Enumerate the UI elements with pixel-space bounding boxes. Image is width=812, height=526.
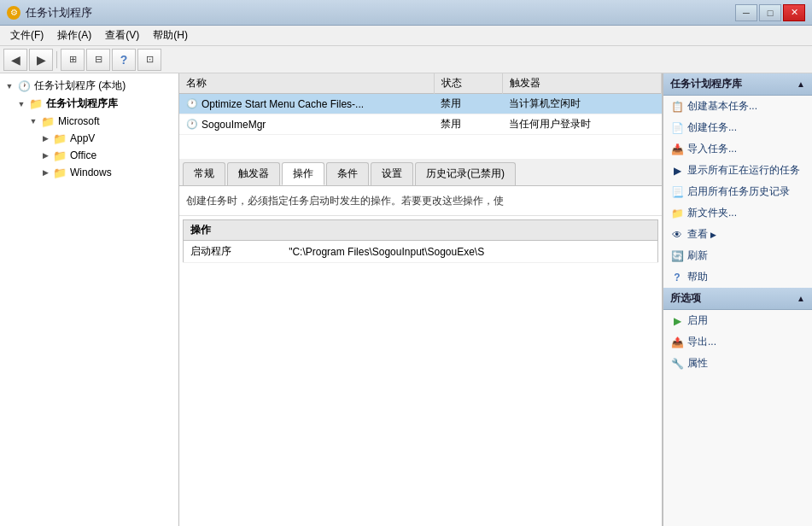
right-action-refresh[interactable]: 🔄 刷新 [663, 245, 812, 266]
right-action-create-basic[interactable]: 📋 创建基本任务... [663, 96, 812, 117]
back-button[interactable]: ◀ [3, 49, 27, 71]
tree-toggle-microsoft[interactable]: ▼ [27, 115, 39, 127]
right-action-view[interactable]: 👁 查看 [663, 224, 812, 245]
right-action-label-view: 查看 [687, 227, 716, 242]
menu-view[interactable]: 查看(V) [98, 26, 146, 44]
create-task-icon: 📄 [670, 121, 684, 135]
tree-item-root[interactable]: ▼ 🕐 任务计划程序 (本地) [0, 77, 178, 95]
ops-table-row[interactable]: 启动程序 "C:\Program Files\SogouInput\SogouE… [184, 241, 658, 263]
maximize-button[interactable]: □ [759, 4, 781, 21]
tree-label-root: 任务计划程序 (本地) [34, 79, 126, 93]
right-action-label-enable: 启用 [687, 313, 708, 328]
menu-help[interactable]: 帮助(H) [146, 26, 195, 44]
right-section-header-library[interactable]: 任务计划程序库 ▲ [663, 73, 812, 96]
right-action-enable[interactable]: ▶ 启用 [663, 310, 812, 331]
ops-table-area[interactable]: 操作 启动程序 "C:\Program Files\SogouInput\Sog… [179, 216, 662, 526]
right-action-import[interactable]: 📥 导入任务... [663, 138, 812, 160]
right-action-create-task[interactable]: 📄 创建任务... [663, 117, 812, 138]
tree-label-microsoft: Microsoft [58, 115, 100, 127]
folder-icon-microsoft: 📁 [41, 114, 55, 128]
tab-conditions[interactable]: 条件 [326, 162, 369, 185]
minimize-button[interactable]: ─ [735, 4, 757, 21]
right-action-new-folder[interactable]: 📁 新文件夹... [663, 202, 812, 224]
tree-label-office: Office [70, 149, 96, 161]
task-list-area: 名称 状态 触发器 🕐 Optimize Start Menu Cac [179, 73, 662, 159]
window-controls: ─ □ ✕ [735, 4, 805, 21]
extra-button[interactable]: ⊡ [137, 49, 161, 71]
tab-history[interactable]: 历史记录(已禁用) [415, 162, 516, 185]
ops-detail-cell: "C:\Program Files\SogouInput\SogouExe\S [282, 241, 657, 263]
tree-toggle-office[interactable]: ▶ [39, 149, 51, 161]
task-name-1: Optimize Start Menu Cache Files-... [202, 98, 364, 110]
right-action-label-enable-history: 启用所有任务历史记录 [687, 184, 790, 199]
task-table-scroll[interactable]: 名称 状态 触发器 🕐 Optimize Start Menu Cac [179, 73, 662, 159]
section-arrow-2: ▲ [797, 294, 805, 303]
tree-item-windows[interactable]: ▶ 📁 Windows [0, 164, 178, 181]
right-action-help[interactable]: ? 帮助 [663, 266, 812, 288]
tree-toggle-library[interactable]: ▼ [15, 98, 27, 110]
window-title: 任务计划程序 [26, 5, 92, 20]
task-table: 名称 状态 触发器 🕐 Optimize Start Menu Cac [179, 73, 662, 135]
content-area: 创建任务时，必须指定任务启动时发生的操作。若要更改这些操作，使 操作 启动 [179, 186, 662, 526]
new-folder-icon: 📁 [670, 207, 684, 220]
tab-actions[interactable]: 操作 [282, 162, 324, 185]
task-table-container: 名称 状态 触发器 🕐 Optimize Start Menu Cac [179, 73, 662, 159]
section-arrow-1: ▲ [797, 79, 805, 89]
tree-toggle-appv[interactable]: ▶ [39, 132, 51, 144]
right-action-export[interactable]: 📤 导出... [663, 331, 812, 353]
view2-button[interactable]: ⊟ [86, 49, 110, 71]
right-section-library-actions: 📋 创建基本任务... 📄 创建任务... 📥 导入任务... ▶ 显示所有正在… [663, 96, 812, 288]
menu-bar: 文件(F) 操作(A) 查看(V) 帮助(H) [0, 26, 812, 46]
tab-general[interactable]: 常规 [183, 162, 225, 185]
task-status-2: 禁用 [434, 114, 502, 135]
menu-action[interactable]: 操作(A) [50, 26, 98, 44]
table-row[interactable]: 🕐 SogouImeMgr 禁用 当任何用户登录时 [179, 114, 662, 135]
tree-item-appv[interactable]: ▶ 📁 AppV [0, 130, 178, 147]
enable-icon: ▶ [670, 314, 684, 328]
menu-file[interactable]: 文件(F) [3, 26, 50, 44]
ops-col-detail [282, 220, 657, 241]
task-status-1: 禁用 [434, 94, 502, 114]
col-header-trigger: 触发器 [502, 73, 661, 94]
tree-item-microsoft[interactable]: ▼ 📁 Microsoft [0, 113, 178, 130]
toolbar: ◀ ▶ ⊞ ⊟ ? ⊡ [0, 46, 812, 73]
tree-toggle-root[interactable]: ▼ [3, 80, 15, 92]
create-basic-icon: 📋 [670, 100, 684, 114]
clock-icon: 🕐 [17, 79, 31, 93]
right-action-enable-history[interactable]: 📃 启用所有任务历史记录 [663, 181, 812, 202]
tree-item-office[interactable]: ▶ 📁 Office [0, 147, 178, 164]
tree-label-appv: AppV [70, 132, 95, 144]
table-row[interactable]: 🕐 Optimize Start Menu Cache Files-... 禁用… [179, 94, 662, 114]
help-toolbar-button[interactable]: ? [112, 49, 136, 71]
task-clock-icon: 🕐 [186, 98, 198, 109]
right-section-header-selected[interactable]: 所选项 ▲ [663, 288, 812, 310]
right-action-show-running[interactable]: ▶ 显示所有正在运行的任务 [663, 160, 812, 181]
forward-button[interactable]: ▶ [29, 49, 53, 71]
ops-col-action: 操作 [184, 220, 283, 241]
right-section-selected-actions: ▶ 启用 📤 导出... 🔧 属性 [663, 310, 812, 374]
ops-action-cell: 启动程序 [184, 241, 283, 263]
right-section-title-library: 任务计划程序库 [670, 77, 742, 91]
view1-button[interactable]: ⊞ [61, 49, 85, 71]
right-action-properties[interactable]: 🔧 属性 [663, 353, 812, 374]
col-header-name: 名称 [179, 73, 434, 94]
task-name-cell: 🕐 Optimize Start Menu Cache Files-... [179, 94, 434, 114]
right-action-label-show-running: 显示所有正在运行的任务 [687, 163, 800, 178]
tab-triggers[interactable]: 触发器 [227, 162, 280, 185]
app-icon: ⚙ [7, 6, 20, 20]
right-action-label-export: 导出... [687, 335, 716, 349]
folder-icon-windows: 📁 [53, 166, 67, 179]
tree-item-library[interactable]: ▼ 📁 任务计划程序库 [0, 95, 178, 113]
tree-toggle-windows[interactable]: ▶ [39, 167, 51, 178]
close-button[interactable]: ✕ [783, 4, 805, 21]
tab-settings[interactable]: 设置 [371, 162, 413, 185]
left-panel: ▼ 🕐 任务计划程序 (本地) ▼ 📁 任务计划程序库 ▼ 📁 Microsof… [0, 73, 179, 526]
folder-icon-office: 📁 [53, 149, 67, 162]
ops-table: 操作 启动程序 "C:\Program Files\SogouInput\Sog… [183, 219, 658, 263]
toolbar-separator-1 [56, 51, 57, 68]
folder-icon-library: 📁 [29, 97, 43, 111]
right-action-label-new-folder: 新文件夹... [687, 206, 737, 220]
right-action-label-create-basic: 创建基本任务... [687, 99, 757, 114]
center-bottom: 常规 触发器 操作 条件 设置 历史记录(已禁用) 创建任务时，必须指定任务启动… [179, 159, 662, 526]
right-action-label-create-task: 创建任务... [687, 120, 737, 135]
